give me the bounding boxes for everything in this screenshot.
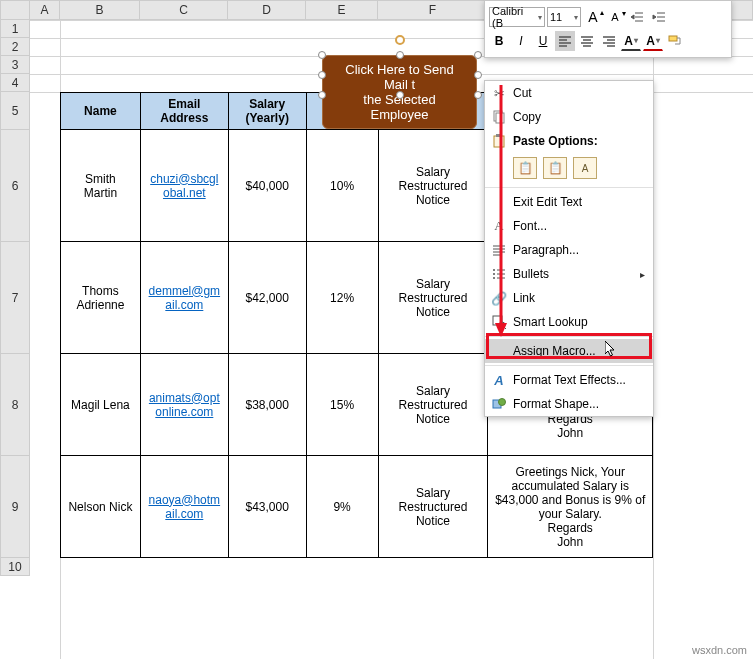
resize-handle[interactable] (396, 51, 404, 59)
resize-handle[interactable] (396, 91, 404, 99)
cell-bonus[interactable]: 12% (306, 242, 378, 354)
row-3[interactable]: 3 (0, 56, 30, 74)
arrow-icon (494, 85, 508, 337)
rotate-handle-icon[interactable] (395, 35, 405, 45)
svg-point-11 (499, 399, 506, 406)
menu-font[interactable]: A Font... (485, 214, 653, 238)
row-2[interactable]: 2 (0, 38, 30, 56)
resize-handle[interactable] (474, 51, 482, 59)
fill-color-icon[interactable]: A▾ (621, 31, 641, 51)
cell-email[interactable]: naoya@hotmail.com (140, 456, 228, 558)
email-link[interactable]: demmel@gmail.com (149, 284, 221, 312)
cell-name[interactable]: Magil Lena (61, 354, 141, 456)
cell-subject[interactable]: Salary Restructured Notice (378, 456, 488, 558)
cell-body[interactable]: Greetings Nick, Your accumulated Salary … (488, 456, 653, 558)
cell-salary[interactable]: $43,000 (228, 456, 306, 558)
menu-copy[interactable]: Copy (485, 105, 653, 129)
email-link[interactable]: animats@optonline.com (149, 391, 220, 419)
col-F[interactable]: F (378, 0, 488, 20)
menu-smart-lookup[interactable]: Smart Lookup (485, 310, 653, 334)
menu-label: Link (513, 291, 535, 305)
menu-bullets[interactable]: Bullets ▸ (485, 262, 653, 286)
cell-email[interactable]: demmel@gmail.com (140, 242, 228, 354)
paste-options-row: 📋 📋 A (485, 153, 653, 185)
cell-bonus[interactable]: 10% (306, 130, 378, 242)
menu-link[interactable]: 🔗 Link (485, 286, 653, 310)
cell-bonus[interactable]: 9% (306, 456, 378, 558)
svg-marker-13 (495, 323, 507, 337)
email-link[interactable]: chuzi@sbcglobal.net (150, 172, 218, 200)
font-family-selector[interactable]: Calibri (B▾ (489, 7, 545, 27)
menu-label: Format Shape... (513, 397, 599, 411)
row-1[interactable]: 1 (0, 20, 30, 38)
context-menu: ✂ Cut Copy Paste Options: 📋 📋 A Exit Edi… (484, 80, 654, 417)
menu-paragraph[interactable]: Paragraph... (485, 238, 653, 262)
resize-handle[interactable] (318, 91, 326, 99)
cell-name[interactable]: Nelson Nick (61, 456, 141, 558)
row-5[interactable]: 5 (0, 92, 30, 130)
paste-option-merge-icon[interactable]: 📋 (543, 157, 567, 179)
row-9[interactable]: 9 (0, 456, 30, 558)
menu-label: Smart Lookup (513, 315, 588, 329)
cell-subject[interactable]: Salary Restructured Notice (378, 354, 488, 456)
cursor-icon (605, 341, 617, 359)
mini-toolbar: Calibri (B▾ 11▾ A▴ A▾ B I U A▾ A▾ (484, 0, 732, 58)
font-color-icon[interactable]: A▾ (643, 31, 663, 51)
paste-option-text-icon[interactable]: A (573, 157, 597, 179)
shape-text-line1: Click Here to Send Mail t (345, 62, 453, 92)
menu-label: Paragraph... (513, 243, 579, 257)
menu-label: Cut (513, 86, 532, 100)
header-email: Email Address (140, 93, 228, 130)
cell-subject[interactable]: Salary Restructured Notice (378, 242, 488, 354)
row-4[interactable]: 4 (0, 74, 30, 92)
font-size-selector[interactable]: 11▾ (547, 7, 581, 27)
highlight-box (486, 333, 652, 359)
row-8[interactable]: 8 (0, 354, 30, 456)
cell-salary[interactable]: $40,000 (228, 130, 306, 242)
decrease-indent-icon[interactable] (627, 7, 647, 27)
cell-salary[interactable]: $42,000 (228, 242, 306, 354)
cell-name[interactable]: Thoms Adrienne (61, 242, 141, 354)
align-right-icon[interactable] (599, 31, 619, 51)
resize-handle[interactable] (318, 71, 326, 79)
cell-salary[interactable]: $38,000 (228, 354, 306, 456)
menu-format-shape[interactable]: Format Shape... (485, 392, 653, 416)
bold-icon[interactable]: B (489, 31, 509, 51)
resize-handle[interactable] (474, 71, 482, 79)
italic-icon[interactable]: I (511, 31, 531, 51)
select-all-corner[interactable] (0, 0, 30, 20)
resize-handle[interactable] (474, 91, 482, 99)
align-center-icon[interactable] (577, 31, 597, 51)
paste-option-keep-source-icon[interactable]: 📋 (513, 157, 537, 179)
decrease-font-icon[interactable]: A▾ (605, 7, 625, 27)
menu-label: Exit Edit Text (513, 195, 582, 209)
increase-font-icon[interactable]: A▴ (583, 7, 603, 27)
menu-cut[interactable]: ✂ Cut (485, 81, 653, 105)
menu-label: Bullets (513, 267, 549, 281)
email-link[interactable]: naoya@hotmail.com (149, 493, 221, 521)
col-A[interactable]: A (30, 0, 60, 20)
underline-icon[interactable]: U (533, 31, 553, 51)
cell-subject[interactable]: Salary Restructured Notice (378, 130, 488, 242)
cell-name[interactable]: Smith Martin (61, 130, 141, 242)
col-E[interactable]: E (306, 0, 378, 20)
table-row: Nelson Nick naoya@hotmail.com $43,000 9%… (61, 456, 653, 558)
menu-paste-options: Paste Options: (485, 129, 653, 153)
row-6[interactable]: 6 (0, 130, 30, 242)
cell-email[interactable]: chuzi@sbcglobal.net (140, 130, 228, 242)
align-left-icon[interactable] (555, 31, 575, 51)
format-painter-icon[interactable] (665, 31, 685, 51)
menu-exit-edit-text[interactable]: Exit Edit Text (485, 190, 653, 214)
increase-indent-icon[interactable] (649, 7, 669, 27)
text-effects-icon: A (491, 372, 507, 388)
resize-handle[interactable] (318, 51, 326, 59)
col-B[interactable]: B (60, 0, 140, 20)
menu-format-text-effects[interactable]: A Format Text Effects... (485, 368, 653, 392)
col-D[interactable]: D (228, 0, 306, 20)
cell-email[interactable]: animats@optonline.com (140, 354, 228, 456)
cell-bonus[interactable]: 15% (306, 354, 378, 456)
row-7[interactable]: 7 (0, 242, 30, 354)
watermark: wsxdn.com (692, 644, 747, 656)
col-C[interactable]: C (140, 0, 228, 20)
row-10[interactable]: 10 (0, 558, 30, 576)
